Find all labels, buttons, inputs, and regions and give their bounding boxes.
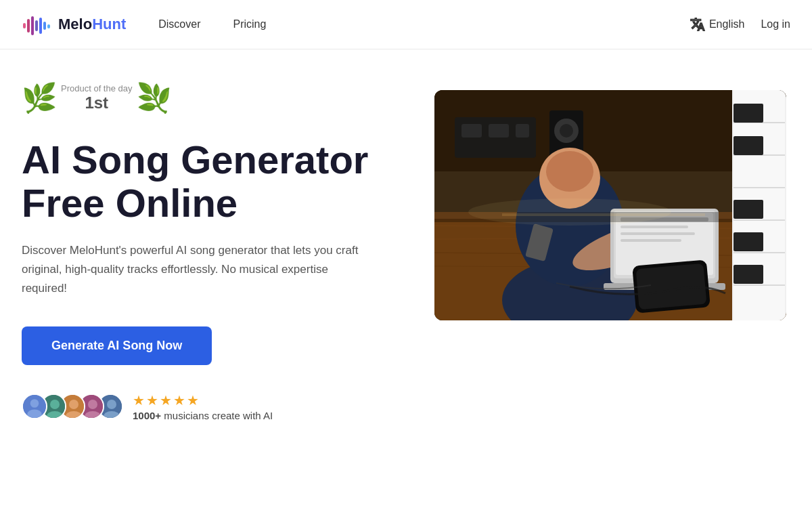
svg-point-14 [69, 400, 78, 409]
musicians-count: 1000+ [133, 410, 161, 421]
user-avatars [22, 394, 123, 419]
svg-point-11 [50, 400, 60, 409]
star-4: ★ [173, 392, 185, 408]
svg-rect-50 [621, 232, 695, 235]
hero-description: Discover MeloHunt's powerful AI song gen… [22, 241, 374, 298]
logo-icon [22, 12, 54, 37]
social-description: musicians create with AI [161, 410, 273, 421]
nav-right: English Log in [690, 17, 790, 32]
nav-pricing[interactable]: Pricing [233, 18, 266, 30]
svg-rect-0 [23, 23, 26, 28]
cta-generate-button[interactable]: Generate AI Song Now [22, 326, 212, 365]
avatar-1 [22, 394, 47, 419]
svg-rect-51 [621, 239, 681, 242]
svg-rect-66 [734, 200, 763, 219]
social-proof: ★ ★ ★ ★ ★ 1000+ musicians create with AI [22, 392, 407, 421]
award-badge: 🌿 Product of the day 1st 🌿 [22, 83, 407, 112]
star-5: ★ [187, 392, 199, 408]
svg-rect-6 [47, 24, 50, 28]
award-text: Product of the day 1st [57, 83, 137, 112]
svg-rect-5 [43, 22, 46, 30]
laurel-right-icon: 🌿 [137, 84, 172, 112]
award-rank: 1st [61, 93, 133, 112]
svg-rect-67 [734, 232, 763, 251]
svg-rect-49 [621, 226, 688, 228]
laurel-left-icon: 🌿 [22, 84, 57, 112]
svg-rect-68 [734, 265, 763, 284]
svg-rect-27 [461, 124, 482, 137]
svg-point-9 [27, 410, 41, 419]
svg-rect-3 [35, 20, 38, 31]
star-2: ★ [146, 392, 158, 408]
hero-left: 🌿 Product of the day 1st 🌿 AI Song Gener… [22, 83, 407, 421]
nav-discover[interactable]: Discover [158, 18, 200, 30]
navbar: MeloHunt Discover Pricing English Log in [0, 0, 812, 49]
hero-section: 🌿 Product of the day 1st 🌿 AI Song Gener… [0, 49, 812, 421]
svg-rect-64 [734, 104, 763, 123]
svg-point-71 [468, 198, 671, 226]
svg-rect-29 [516, 124, 529, 137]
svg-point-42 [546, 151, 593, 192]
language-button[interactable]: English [690, 17, 744, 32]
star-1: ★ [133, 392, 145, 408]
svg-point-20 [107, 400, 116, 409]
stars-row: ★ ★ ★ ★ ★ [133, 392, 273, 408]
svg-rect-65 [734, 136, 763, 155]
svg-rect-28 [489, 124, 509, 137]
svg-point-8 [30, 399, 39, 408]
award-title: Product of the day [61, 83, 133, 93]
translate-icon [690, 17, 705, 32]
svg-point-17 [88, 400, 97, 409]
hero-image [434, 90, 786, 320]
social-text: 1000+ musicians create with AI [133, 410, 273, 421]
svg-rect-4 [39, 18, 42, 34]
rating-block: ★ ★ ★ ★ ★ 1000+ musicians create with AI [133, 392, 273, 421]
hero-heading: AI Song Generator Free Online [22, 138, 407, 225]
nav-links: Discover Pricing [158, 18, 690, 30]
svg-point-32 [560, 124, 573, 137]
hero-heading-line2: Free Online [22, 181, 238, 225]
hero-heading-line1: AI Song Generator [22, 137, 368, 182]
svg-rect-1 [27, 19, 30, 33]
star-3: ★ [160, 392, 172, 408]
studio-illustration [434, 90, 786, 320]
svg-rect-2 [31, 16, 34, 35]
logo-text: MeloHunt [58, 16, 126, 33]
logo[interactable]: MeloHunt [22, 12, 126, 37]
login-button[interactable]: Log in [761, 18, 790, 30]
language-label: English [709, 18, 744, 30]
